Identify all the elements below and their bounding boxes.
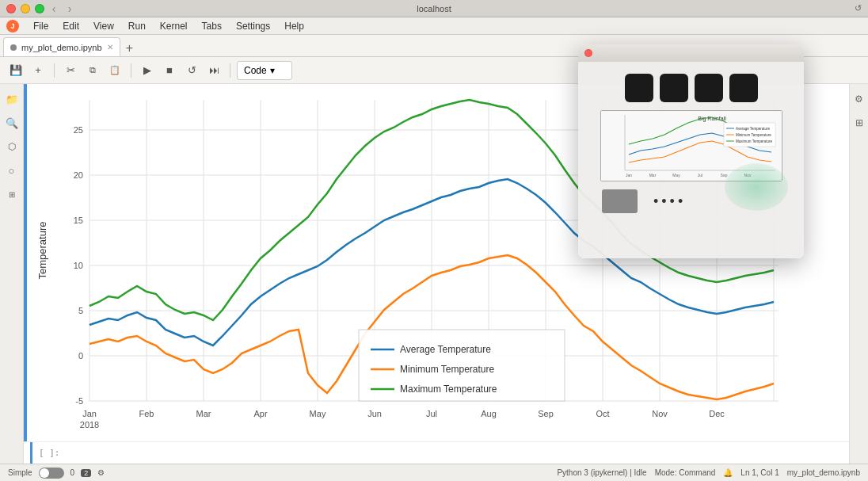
- svg-text:Jun: Jun: [367, 409, 382, 418]
- popup-icons-row: [625, 74, 758, 102]
- right-sidebar: ⚙ ⊞: [849, 84, 868, 464]
- menu-settings[interactable]: Settings: [230, 19, 276, 33]
- sidebar-search-icon[interactable]: 🔍: [3, 114, 21, 132]
- maximize-button[interactable]: [35, 4, 44, 13]
- settings-icon[interactable]: ⚙: [97, 468, 105, 477]
- restart-button[interactable]: ↺: [182, 61, 201, 80]
- svg-text:10: 10: [74, 261, 83, 270]
- tab-close-icon[interactable]: ✕: [107, 43, 113, 52]
- interrupt-button[interactable]: ■: [160, 61, 179, 80]
- new-tab-button[interactable]: +: [122, 40, 138, 56]
- cursor-position: Ln 1, Col 1: [740, 468, 779, 477]
- cell-active-indicator: [24, 84, 27, 464]
- svg-text:Sep: Sep: [720, 173, 727, 178]
- menu-view[interactable]: View: [87, 19, 120, 33]
- popup-chart-svg: Big Rainfall Jan Mar May Jul Sep Nov Ave…: [601, 111, 782, 181]
- forward-button[interactable]: ›: [63, 2, 76, 15]
- svg-text:Minimum Temperature: Minimum Temperature: [400, 364, 494, 375]
- svg-text:Maximum Temperature: Maximum Temperature: [400, 384, 497, 395]
- popup-mini-chart: Big Rainfall Jan Mar May Jul Sep Nov Ave…: [600, 110, 782, 181]
- window-controls[interactable]: [6, 4, 44, 13]
- svg-text:Nov: Nov: [744, 173, 751, 178]
- simple-mode-toggle[interactable]: [39, 468, 64, 479]
- svg-text:20: 20: [74, 170, 83, 180]
- popup-icon-2: [660, 74, 688, 102]
- status-bar: Simple 0 2 ⚙ Python 3 (ipykernel) | Idle…: [0, 464, 868, 481]
- cell-left-border: [30, 442, 32, 464]
- cut-button[interactable]: ✂: [61, 61, 80, 80]
- add-cell-button[interactable]: +: [29, 61, 48, 80]
- nav-buttons[interactable]: ‹ ›: [48, 2, 76, 15]
- svg-text:Minimum Temperature: Minimum Temperature: [736, 133, 771, 137]
- toolbar-separator-1: [54, 63, 55, 78]
- menu-tabs[interactable]: Tabs: [196, 19, 228, 33]
- window-title: localhost: [417, 4, 451, 13]
- toolbar-separator-2: [131, 63, 131, 78]
- svg-text:25: 25: [74, 125, 83, 135]
- menu-file[interactable]: File: [27, 19, 55, 33]
- sidebar-table-icon[interactable]: ⊞: [3, 185, 21, 203]
- popup-titlebar: [578, 44, 804, 62]
- menu-run[interactable]: Run: [122, 19, 152, 33]
- svg-text:Jul: Jul: [426, 409, 437, 418]
- save-button[interactable]: 💾: [6, 61, 25, 80]
- sidebar-extension-icon[interactable]: ⬡: [3, 138, 21, 155]
- back-button[interactable]: ‹: [48, 2, 60, 15]
- paste-button[interactable]: 📋: [105, 61, 124, 80]
- svg-text:Oct: Oct: [596, 409, 609, 418]
- svg-text:Jan: Jan: [625, 173, 631, 178]
- popup-icon-1: [625, 74, 653, 102]
- svg-text:Dec: Dec: [709, 409, 725, 418]
- popup-icon-4: [729, 74, 758, 102]
- cell-count: 0: [70, 468, 75, 477]
- svg-text:Nov: Nov: [652, 409, 668, 418]
- cell-type-dropdown[interactable]: Code ▾: [237, 61, 292, 80]
- menu-help[interactable]: Help: [278, 19, 310, 33]
- close-button[interactable]: [6, 4, 16, 13]
- status-left: Simple 0 2 ⚙: [8, 468, 105, 479]
- cell-execution-count: [ ]:: [39, 448, 60, 458]
- popup-close-button[interactable]: [584, 49, 592, 57]
- simple-mode-label: Simple: [8, 468, 32, 477]
- active-tab[interactable]: my_plot_demo.ipynb ✕: [3, 37, 120, 56]
- popup-icon-3: [695, 74, 723, 102]
- svg-text:Temperature: Temperature: [36, 222, 48, 280]
- svg-text:15: 15: [74, 216, 83, 225]
- tab-modified-dot: [10, 44, 17, 51]
- right-settings-icon[interactable]: ⚙: [851, 90, 868, 108]
- svg-text:Mar: Mar: [649, 173, 656, 178]
- minimize-button[interactable]: [21, 4, 30, 13]
- restart-run-button[interactable]: ⏭: [204, 61, 223, 80]
- svg-text:Average Temperature: Average Temperature: [736, 127, 771, 131]
- status-right: Python 3 (ipykernel) | Idle Mode: Comman…: [557, 468, 860, 477]
- right-grid-icon[interactable]: ⊞: [851, 114, 868, 132]
- run-button[interactable]: ▶: [138, 61, 157, 80]
- kernel-status: Python 3 (ipykernel) | Idle: [557, 468, 646, 477]
- tab-label: my_plot_demo.ipynb: [21, 43, 102, 52]
- reload-button[interactable]: ↺: [855, 3, 862, 13]
- svg-text:5: 5: [78, 306, 83, 315]
- copy-button[interactable]: ⧉: [83, 61, 102, 80]
- menu-edit[interactable]: Edit: [56, 19, 86, 33]
- svg-text:Aug: Aug: [481, 409, 497, 418]
- svg-text:Feb: Feb: [139, 409, 154, 418]
- svg-text:Jul: Jul: [697, 173, 702, 178]
- popup-thumbnail: [602, 189, 638, 213]
- svg-text:May: May: [672, 173, 680, 178]
- sidebar-circle-icon[interactable]: ○: [3, 162, 21, 179]
- popup-bottom-row: ••••: [586, 189, 796, 213]
- dropdown-arrow-icon: ▾: [270, 65, 275, 76]
- popup-window: Big Rainfall Jan Mar May Jul Sep Nov Ave…: [578, 44, 804, 258]
- cell-type-label: Code: [244, 65, 267, 76]
- menu-kernel[interactable]: Kernel: [154, 19, 194, 33]
- notebook-filename: my_plot_demo.ipynb: [787, 468, 860, 477]
- sidebar-folder-icon[interactable]: 📁: [3, 90, 21, 108]
- svg-text:Apr: Apr: [253, 409, 267, 418]
- svg-text:Maximum Temperature: Maximum Temperature: [736, 139, 772, 143]
- menu-bar: J File Edit View Run Kernel Tabs Setting…: [0, 17, 868, 35]
- app-logo: J: [6, 20, 19, 32]
- bell-icon[interactable]: 🔔: [723, 468, 733, 477]
- svg-text:Jan: Jan: [82, 409, 97, 418]
- svg-text:May: May: [310, 409, 326, 418]
- svg-text:Average Temperature: Average Temperature: [400, 344, 491, 355]
